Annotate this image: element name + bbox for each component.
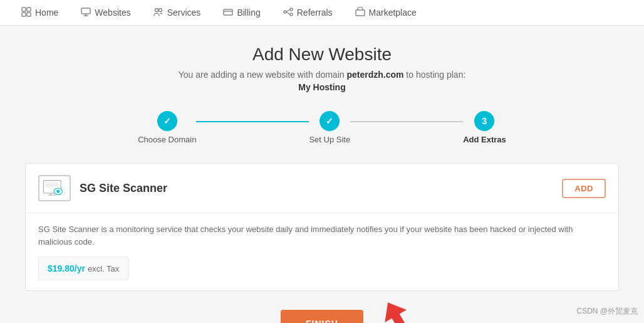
- card-header: SG Site Scanner ADD: [26, 164, 618, 213]
- card-description: SG Site Scanner is a monitoring service …: [38, 223, 606, 248]
- referrals-icon: [283, 7, 293, 19]
- nav-item-services[interactable]: Services: [145, 0, 210, 25]
- watermark: CSDN @外贸麦克: [576, 306, 638, 317]
- svg-point-6: [158, 8, 162, 11]
- services-icon: [153, 7, 164, 19]
- arrow-decoration: [362, 297, 418, 323]
- domain-name: peterdzh.com: [346, 70, 403, 80]
- price-section: $19.80/yr excl. Tax: [38, 257, 128, 280]
- home-icon: [21, 7, 31, 19]
- subtitle-mid: to hosting plan:: [403, 70, 465, 80]
- step-choose-domain: ✓ Choose Domain: [138, 111, 196, 144]
- svg-point-17: [56, 190, 60, 193]
- step-add-extras: 3 Add Extras: [463, 111, 506, 144]
- nav-item-home[interactable]: Home: [13, 0, 67, 25]
- marketplace-icon: [355, 7, 365, 19]
- nav-services-label: Services: [167, 8, 201, 18]
- step-2-circle: ✓: [319, 111, 340, 131]
- svg-marker-19: [377, 297, 415, 323]
- nav-item-billing[interactable]: Billing: [214, 0, 269, 25]
- connector-1: [196, 121, 309, 122]
- nav-item-referrals[interactable]: Referrals: [274, 0, 341, 25]
- hosting-plan-label: My Hosting: [25, 82, 619, 92]
- nav-marketplace-label: Marketplace: [369, 8, 417, 18]
- nav-billing-label: Billing: [237, 8, 260, 18]
- step-set-up-site: ✓ Set Up Site: [309, 111, 350, 144]
- svg-rect-1: [27, 8, 31, 11]
- card-body: SG Site Scanner is a monitoring service …: [26, 213, 618, 290]
- nav-referrals-label: Referrals: [297, 8, 333, 18]
- page-title: Add New Website: [25, 45, 619, 65]
- step-3-circle: 3: [474, 111, 494, 131]
- step-1-circle: ✓: [157, 111, 177, 131]
- monitor-icon: [81, 7, 91, 19]
- price-note: excl. Tax: [88, 264, 119, 273]
- subtitle-pre: You are adding a new website with domain: [179, 70, 347, 80]
- svg-point-8: [284, 11, 286, 13]
- top-navigation: Home Websites Services Bil: [0, 0, 644, 26]
- add-button[interactable]: ADD: [562, 179, 606, 198]
- svg-rect-0: [22, 8, 26, 11]
- step-3-label: Add Extras: [463, 135, 506, 144]
- finish-button[interactable]: FINISH: [281, 310, 363, 323]
- svg-rect-2: [22, 13, 26, 16]
- red-arrow-icon: [362, 297, 418, 323]
- nav-websites-label: Websites: [95, 8, 130, 18]
- connector-2: [350, 121, 463, 122]
- step-1-label: Choose Domain: [138, 135, 196, 144]
- nav-item-marketplace[interactable]: Marketplace: [346, 0, 425, 25]
- price-value: $19.80/yr: [48, 263, 85, 273]
- step-2-label: Set Up Site: [309, 135, 350, 144]
- svg-rect-4: [81, 8, 90, 14]
- scanner-icon-wrap: [38, 175, 71, 201]
- sg-site-scanner-card: SG Site Scanner ADD SG Site Scanner is a…: [25, 163, 619, 291]
- finish-section: FINISH: [25, 304, 619, 323]
- scanner-icon: [43, 178, 66, 198]
- card-title: SG Site Scanner: [80, 182, 167, 195]
- svg-point-10: [290, 13, 293, 16]
- stepper: ✓ Choose Domain ✓ Set Up Site 3 Add Extr…: [25, 111, 619, 144]
- svg-point-18: [58, 191, 59, 191]
- nav-item-websites[interactable]: Websites: [72, 0, 139, 25]
- main-content: Add New Website You are adding a new web…: [0, 26, 644, 323]
- card-title-section: SG Site Scanner: [38, 175, 167, 201]
- billing-icon: [223, 7, 233, 19]
- svg-rect-3: [27, 13, 31, 16]
- svg-rect-11: [356, 10, 365, 16]
- svg-point-5: [155, 8, 158, 11]
- svg-point-9: [290, 8, 293, 11]
- svg-rect-7: [224, 9, 232, 15]
- page-title-section: Add New Website You are adding a new web…: [25, 45, 619, 92]
- nav-home-label: Home: [35, 8, 58, 18]
- page-subtitle: You are adding a new website with domain…: [25, 70, 619, 80]
